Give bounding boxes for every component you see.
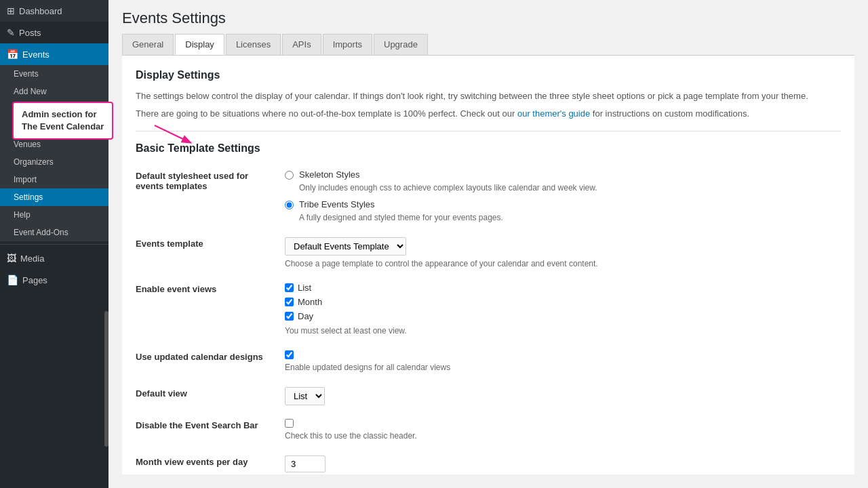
- skeleton-radio-item: Skeleton Styles Only includes enough css…: [285, 169, 841, 194]
- help-label: Help: [14, 210, 31, 220]
- skeleton-desc: Only includes enough css to achieve comp…: [299, 182, 597, 194]
- sidebar-item-label: Media: [20, 253, 44, 264]
- sidebar-item-event-add-ons[interactable]: Event Add-Ons: [0, 224, 108, 241]
- sidebar-scrollbar[interactable]: [104, 311, 108, 447]
- annotation-line2: The Event Calendar: [22, 121, 104, 131]
- updated-designs-row: Use updated calendar designs Enable upda…: [136, 344, 841, 380]
- display-settings-desc2: There are going to be situations where n…: [136, 107, 841, 121]
- disable-search-label: Disable the Event Search Bar: [136, 420, 258, 430]
- events-template-row: Events template Default Events Template …: [136, 230, 841, 277]
- month-events-label: Month view events per day: [136, 457, 248, 467]
- tribe-desc: A fully designed and styled theme for yo…: [299, 212, 503, 224]
- view-month-checkbox[interactable]: [285, 298, 294, 306]
- posts-icon: ✎: [7, 27, 15, 38]
- sidebar-item-organizers[interactable]: Organizers: [0, 153, 108, 171]
- enable-views-label: Enable event views: [136, 284, 216, 294]
- sidebar-item-pages[interactable]: 📄 Pages: [0, 269, 108, 291]
- sidebar-item-dashboard[interactable]: ⊞ Dashboard: [0, 0, 108, 22]
- tab-general[interactable]: General: [122, 34, 174, 55]
- view-list-label: List: [298, 283, 311, 293]
- themers-guide-link[interactable]: our themer's guide: [517, 108, 590, 119]
- month-events-row: Month view events per day: [136, 449, 841, 474]
- updated-designs-desc: Enable updated designs for all calendar …: [285, 362, 841, 373]
- stylesheet-row: Default stylesheet used for events templ…: [136, 163, 841, 230]
- section-divider: [136, 131, 841, 131]
- events-template-desc: Choose a page template to control the ap…: [285, 258, 841, 270]
- sidebar-item-label: Pages: [22, 275, 47, 285]
- tab-apis[interactable]: APIs: [282, 34, 321, 55]
- view-month-label: Month: [298, 297, 322, 307]
- enable-views-row: Enable event views List Month: [136, 276, 841, 344]
- page-title: Events Settings: [122, 9, 854, 27]
- updated-designs-checkbox[interactable]: [285, 350, 294, 359]
- updated-designs-label: Use updated calendar designs: [136, 352, 263, 362]
- basic-template-section: Basic Template Settings Default styleshe…: [136, 142, 841, 474]
- pages-icon: 📄: [7, 274, 18, 285]
- events-submenu: Events Add New Tags Event Categories Ven…: [0, 65, 108, 241]
- events-template-select[interactable]: Default Events Template: [285, 237, 406, 256]
- disable-search-desc: Check this to use the classic header.: [285, 430, 841, 442]
- sidebar-item-events[interactable]: 📅 Events: [0, 43, 108, 65]
- sidebar-item-help[interactable]: Help: [0, 206, 108, 224]
- view-list-item: List: [285, 283, 841, 293]
- month-events-input[interactable]: [285, 455, 326, 472]
- tabs-bar: General Display Licenses APIs Imports Up…: [108, 34, 868, 55]
- import-label: Import: [14, 175, 37, 184]
- view-day-label: Day: [298, 311, 313, 321]
- disable-search-checkbox[interactable]: [285, 419, 294, 428]
- view-month-item: Month: [285, 297, 841, 307]
- settings-content: Display Settings The settings below cont…: [122, 55, 854, 474]
- display-settings-section: Display Settings The settings below cont…: [136, 69, 841, 120]
- sidebar-item-add-new[interactable]: Add New: [0, 83, 108, 100]
- stylesheet-label: Default stylesheet used for events templ…: [136, 171, 248, 191]
- disable-search-row: Disable the Event Search Bar Check this …: [136, 412, 841, 449]
- view-list-checkbox[interactable]: [285, 283, 294, 292]
- sidebar-item-label: Dashboard: [19, 6, 62, 16]
- add-new-label: Add New: [14, 87, 47, 96]
- events-icon: 📅: [7, 49, 18, 60]
- tribe-radio-item: Tribe Events Styles A fully designed and…: [285, 199, 841, 224]
- organizers-label: Organizers: [14, 157, 54, 167]
- skeleton-radio[interactable]: [285, 171, 294, 180]
- annotation-line1: Admin section for: [22, 109, 97, 119]
- sidebar-item-events-all[interactable]: Events: [0, 65, 108, 83]
- skeleton-label: Skeleton Styles: [299, 169, 597, 180]
- venues-label: Venues: [14, 140, 41, 149]
- sidebar: ⊞ Dashboard ✎ Posts 📅 Events Events Add …: [0, 0, 108, 488]
- disable-search-item: [285, 419, 841, 428]
- default-view-row: Default view List: [136, 380, 841, 412]
- main-content: Events Settings General Display Licenses…: [108, 0, 868, 488]
- view-day-item: Day: [285, 311, 841, 321]
- settings-table: Default stylesheet used for events templ…: [136, 163, 841, 474]
- sidebar-item-import[interactable]: Import: [0, 171, 108, 188]
- sidebar-item-settings[interactable]: Settings: [0, 188, 108, 206]
- events-template-label: Events template: [136, 239, 203, 249]
- events-all-label: Events: [14, 69, 39, 79]
- tribe-label: Tribe Events Styles: [299, 199, 503, 209]
- default-view-label: Default view: [136, 388, 187, 399]
- media-icon: 🖼: [7, 253, 16, 264]
- stylesheet-radio-group: Skeleton Styles Only includes enough css…: [285, 169, 841, 224]
- sidebar-item-label: Events: [22, 49, 50, 60]
- basic-template-title: Basic Template Settings: [136, 142, 841, 155]
- display-settings-title: Display Settings: [136, 69, 841, 81]
- tribe-radio[interactable]: [285, 201, 294, 209]
- updated-designs-item: [285, 350, 841, 359]
- event-add-ons-label: Event Add-Ons: [14, 228, 68, 237]
- display-settings-desc1: The settings below control the display o…: [136, 89, 841, 103]
- tab-licenses[interactable]: Licenses: [226, 34, 281, 55]
- tab-upgrade[interactable]: Upgrade: [374, 34, 428, 55]
- sidebar-item-media[interactable]: 🖼 Media: [0, 247, 108, 269]
- view-day-checkbox[interactable]: [285, 312, 294, 321]
- page-header: Events Settings: [108, 0, 868, 34]
- annotation-box: Admin section for The Event Calendar: [12, 102, 113, 140]
- tab-imports[interactable]: Imports: [323, 34, 372, 55]
- tab-display[interactable]: Display: [175, 34, 224, 55]
- default-view-select[interactable]: List: [285, 387, 325, 405]
- sidebar-item-posts[interactable]: ✎ Posts: [0, 22, 108, 43]
- views-checkbox-group: List Month Day: [285, 283, 841, 321]
- settings-label: Settings: [14, 192, 43, 202]
- sidebar-item-label: Posts: [19, 28, 41, 38]
- dashboard-icon: ⊞: [7, 5, 15, 16]
- views-note: You must select at least one view.: [285, 325, 841, 337]
